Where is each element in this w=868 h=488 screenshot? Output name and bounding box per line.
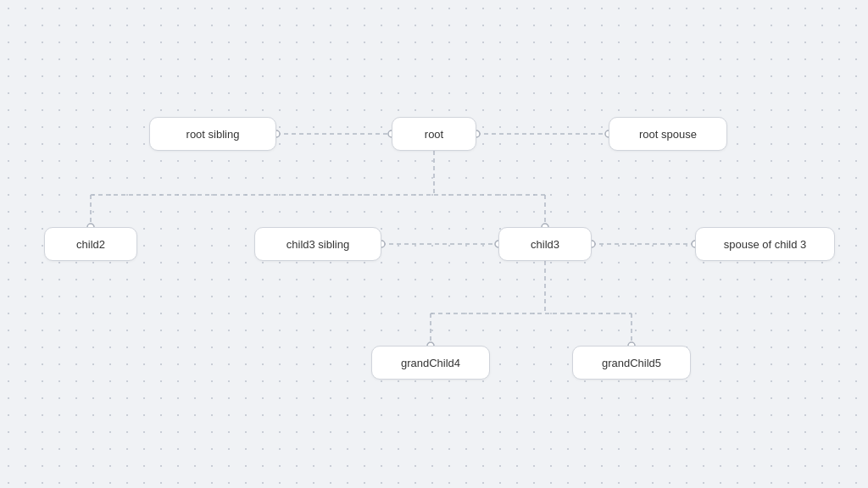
node-label-child3: child3	[531, 238, 559, 251]
node-label-root-spouse: root spouse	[639, 128, 697, 141]
diagram-container: root sibling root root spouse child2 chi…	[0, 0, 868, 488]
node-label-grandchild4: grandChild4	[401, 357, 460, 369]
node-grandchild4[interactable]: grandChild4	[371, 346, 490, 380]
node-label-grandchild5: grandChild5	[602, 357, 661, 369]
node-spouse-child3[interactable]: spouse of child 3	[695, 227, 835, 261]
node-label-child3-sibling: child3 sibling	[287, 238, 349, 251]
node-label-spouse-child3: spouse of child 3	[724, 238, 807, 251]
node-label-child2: child2	[76, 238, 105, 251]
node-root-sibling[interactable]: root sibling	[149, 117, 276, 151]
node-root-spouse[interactable]: root spouse	[609, 117, 727, 151]
node-child2[interactable]: child2	[44, 227, 137, 261]
node-child3[interactable]: child3	[498, 227, 592, 261]
node-grandchild5[interactable]: grandChild5	[572, 346, 691, 380]
node-label-root-sibling: root sibling	[186, 128, 240, 141]
node-label-root: root	[425, 128, 443, 141]
node-root[interactable]: root	[392, 117, 476, 151]
node-child3-sibling[interactable]: child3 sibling	[254, 227, 381, 261]
